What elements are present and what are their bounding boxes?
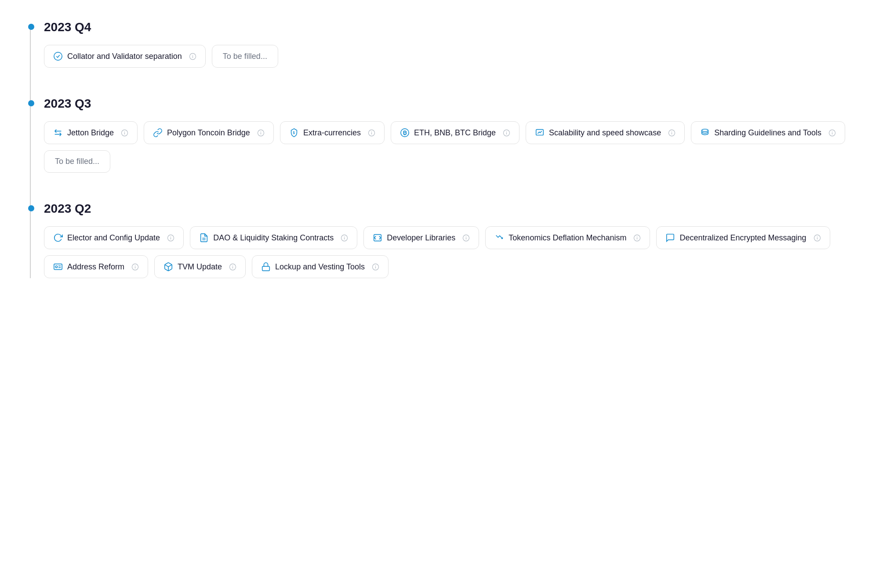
timeline-dot — [28, 205, 34, 211]
placeholder-text: To be filled... — [223, 52, 267, 61]
item-label: Sharding Guidelines and Tools — [714, 128, 821, 138]
items-grid-2023q4: Collator and Validator separation To be … — [44, 45, 853, 68]
list-item[interactable]: Polygon Toncoin Bridge — [144, 121, 274, 144]
list-item[interactable]: Collator and Validator separation — [44, 45, 206, 68]
checkmark-circle-icon — [53, 51, 63, 61]
bitcoin-circle-icon — [400, 128, 410, 138]
info-icon[interactable] — [189, 53, 196, 60]
chart-down-icon — [494, 233, 504, 243]
info-icon[interactable] — [167, 234, 174, 242]
section-heading-2023q4: 2023 Q4 — [44, 18, 853, 34]
list-item[interactable]: Jetton Bridge — [44, 121, 138, 144]
timeline-section-2023q2: 2023 Q2 Elector and Config Update — [44, 199, 853, 278]
placeholder-card: To be filled... — [212, 45, 278, 68]
list-item[interactable]: DAO & Liquidity Staking Contracts — [190, 226, 357, 249]
info-icon[interactable] — [814, 234, 821, 242]
item-label: Address Reform — [67, 262, 124, 272]
timeline-dot — [28, 100, 34, 106]
address-card-icon — [53, 262, 63, 272]
item-label: DAO & Liquidity Staking Contracts — [213, 233, 334, 243]
svg-point-0 — [54, 52, 62, 60]
shield-currency-icon: $ — [289, 128, 299, 138]
item-label: Lockup and Vesting Tools — [275, 262, 365, 272]
item-label: Collator and Validator separation — [67, 52, 182, 61]
item-label: Polygon Toncoin Bridge — [167, 128, 250, 138]
item-label: Scalability and speed showcase — [549, 128, 661, 138]
list-item[interactable]: $ Extra-currencies — [280, 121, 385, 144]
item-label: Developer Libraries — [387, 233, 455, 243]
list-item[interactable]: Sharding Guidelines and Tools — [691, 121, 845, 144]
item-label: Decentralized Encrypted Messaging — [679, 233, 806, 243]
svg-rect-38 — [374, 235, 381, 241]
placeholder-card: To be filled... — [44, 150, 110, 173]
svg-rect-59 — [262, 266, 270, 271]
info-icon[interactable] — [462, 234, 470, 242]
timeline-section-2023q3: 2023 Q3 Jetton Bridge — [44, 94, 853, 173]
svg-point-26 — [702, 129, 708, 132]
svg-point-49 — [55, 266, 58, 268]
section-heading-2023q3: 2023 Q3 — [44, 94, 853, 111]
list-item[interactable]: ETH, BNB, BTC Bridge — [391, 121, 519, 144]
item-label: Jetton Bridge — [67, 128, 114, 138]
list-item[interactable]: TVM Update — [154, 255, 246, 278]
speed-icon — [535, 128, 545, 138]
info-icon[interactable] — [503, 129, 510, 137]
info-icon[interactable] — [229, 263, 236, 271]
info-icon[interactable] — [668, 129, 676, 137]
chain-icon — [153, 128, 163, 138]
item-label: Extra-currencies — [303, 128, 361, 138]
info-icon[interactable] — [131, 263, 139, 271]
list-item[interactable]: Tokenomics Deflation Mechanism — [485, 226, 650, 249]
timeline-dot — [28, 24, 34, 30]
item-label: TVM Update — [178, 262, 222, 272]
info-icon[interactable] — [372, 263, 379, 271]
item-label: Elector and Config Update — [67, 233, 160, 243]
items-grid-2023q2: Elector and Config Update — [44, 226, 853, 278]
refresh-icon — [53, 233, 63, 243]
transfer-icon — [53, 128, 63, 138]
list-item[interactable]: Developer Libraries — [363, 226, 479, 249]
item-label: ETH, BNB, BTC Bridge — [414, 128, 496, 138]
list-item[interactable]: Scalability and speed showcase — [526, 121, 685, 144]
lock-icon — [261, 262, 271, 272]
cube-icon — [163, 262, 173, 272]
list-item[interactable]: Elector and Config Update — [44, 226, 184, 249]
info-icon[interactable] — [341, 234, 348, 242]
info-icon[interactable] — [828, 129, 836, 137]
section-heading-2023q2: 2023 Q2 — [44, 199, 853, 216]
list-item[interactable]: Decentralized Encrypted Messaging — [656, 226, 830, 249]
chat-icon — [665, 233, 675, 243]
info-icon[interactable] — [368, 129, 375, 137]
list-item[interactable]: Lockup and Vesting Tools — [252, 255, 389, 278]
item-label: Tokenomics Deflation Mechanism — [509, 233, 626, 243]
svg-text:$: $ — [293, 131, 295, 135]
info-icon[interactable] — [121, 129, 128, 137]
info-icon[interactable] — [257, 129, 265, 137]
placeholder-text: To be filled... — [55, 157, 99, 166]
roadmap-timeline: 2023 Q4 Collator and Validator separatio… — [26, 18, 853, 278]
items-grid-2023q3: Jetton Bridge Polygon Ton — [44, 121, 853, 173]
document-icon — [199, 233, 209, 243]
code-brackets-icon — [373, 233, 382, 243]
database-icon — [700, 128, 710, 138]
timeline-section-2023q4: 2023 Q4 Collator and Validator separatio… — [44, 18, 853, 68]
list-item[interactable]: Address Reform — [44, 255, 148, 278]
info-icon[interactable] — [633, 234, 641, 242]
